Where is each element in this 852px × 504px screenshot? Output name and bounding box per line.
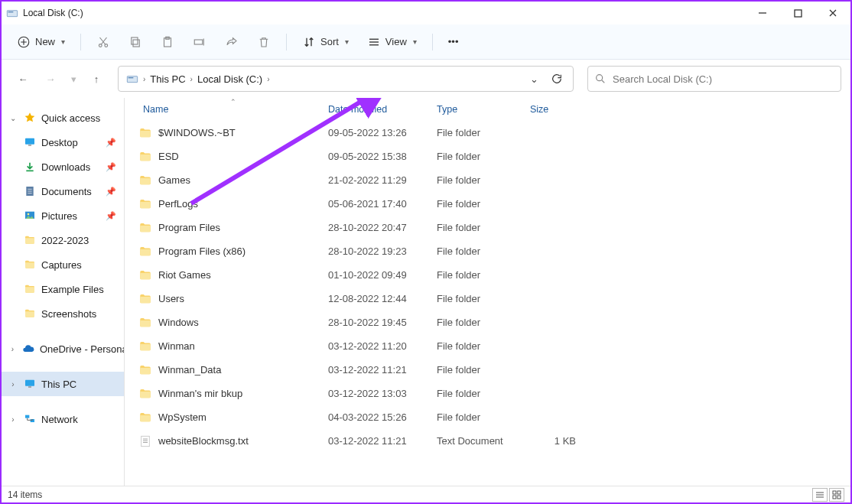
this-pc-label: This PC xyxy=(41,379,76,390)
desktop-icon xyxy=(23,136,37,148)
chevron-down-icon: ▾ xyxy=(345,37,349,46)
share-button[interactable] xyxy=(217,29,246,55)
maximize-button[interactable] xyxy=(780,2,815,24)
file-row[interactable]: Winman's mir bkup 03-12-2022 13:03 File … xyxy=(125,382,850,405)
paste-button[interactable] xyxy=(153,29,182,55)
paste-icon xyxy=(161,35,174,49)
file-type: File folder xyxy=(437,151,530,162)
file-name: Windows xyxy=(158,317,328,328)
cut-button[interactable] xyxy=(89,29,118,55)
file-row[interactable]: $WINDOWS.~BT 09-05-2022 13:26 File folde… xyxy=(125,121,850,145)
new-button[interactable]: New ▾ xyxy=(9,29,73,55)
file-date: 01-10-2022 09:49 xyxy=(328,269,437,281)
file-row[interactable]: Program Files 28-10-2022 20:47 File fold… xyxy=(125,216,850,239)
folder-icon xyxy=(138,126,152,140)
file-row[interactable]: Winman 03-12-2022 11:20 File folder xyxy=(125,334,850,358)
sidebar-item[interactable]: Documents 📌 xyxy=(2,179,124,203)
file-type: File folder xyxy=(437,127,530,138)
details-view-button[interactable] xyxy=(812,488,828,502)
file-type: File folder xyxy=(437,198,530,210)
col-size-header[interactable]: Size xyxy=(530,104,585,115)
file-row[interactable]: PerfLogs 05-06-2021 17:40 File folder xyxy=(125,192,850,216)
pin-icon: 📌 xyxy=(106,187,116,197)
file-row[interactable]: websiteBlockmsg.txt 03-12-2022 11:21 Tex… xyxy=(125,429,850,453)
address-bar[interactable]: › This PC › Local Disk (C:) › ⌄ xyxy=(118,66,574,92)
sort-button[interactable]: Sort ▾ xyxy=(294,29,356,55)
file-date: 04-03-2022 15:26 xyxy=(328,411,437,423)
col-name-header[interactable]: ⌃ Name xyxy=(138,104,328,115)
address-dropdown[interactable]: ⌄ xyxy=(522,67,545,90)
sidebar-item[interactable]: Pictures 📌 xyxy=(2,203,124,228)
file-name: ESD xyxy=(158,151,328,162)
file-row[interactable]: ESD 09-05-2022 15:38 File folder xyxy=(125,145,850,168)
breadcrumb-item[interactable]: This PC xyxy=(147,73,188,85)
file-row[interactable]: Program Files (x86) 28-10-2022 19:23 Fil… xyxy=(125,239,850,263)
close-button[interactable] xyxy=(815,2,850,24)
file-name: websiteBlockmsg.txt xyxy=(158,435,328,447)
file-date: 05-06-2021 17:40 xyxy=(328,198,437,210)
recent-dropdown[interactable]: ▾ xyxy=(67,67,80,91)
sidebar-quick-access[interactable]: ⌄ Quick access xyxy=(2,106,124,130)
folder-icon xyxy=(138,316,152,330)
separator xyxy=(80,34,81,50)
file-size: 1 KB xyxy=(530,435,585,447)
file-date: 09-05-2022 15:38 xyxy=(328,151,437,162)
sidebar-this-pc[interactable]: › This PC xyxy=(2,372,124,396)
file-type: File folder xyxy=(437,388,530,399)
ellipsis-icon: ••• xyxy=(448,36,459,47)
sidebar-item[interactable]: Captures xyxy=(2,252,124,277)
search-icon xyxy=(594,73,606,85)
sidebar-item-label: Captures xyxy=(41,259,82,271)
file-row[interactable]: Riot Games 01-10-2022 09:49 File folder xyxy=(125,263,850,287)
sidebar-item[interactable]: 2022-2023 xyxy=(2,228,124,252)
sidebar-network[interactable]: › Network xyxy=(2,407,124,431)
col-type-header[interactable]: Type xyxy=(437,104,530,115)
sidebar-item[interactable]: Downloads 📌 xyxy=(2,154,124,179)
view-button[interactable]: View ▾ xyxy=(359,29,424,55)
refresh-button[interactable] xyxy=(545,67,568,90)
file-row[interactable]: Games 21-02-2022 11:29 File folder xyxy=(125,168,850,192)
sidebar-item[interactable]: Desktop 📌 xyxy=(2,130,124,154)
file-name: WpSystem xyxy=(158,411,328,423)
file-date: 03-12-2022 11:20 xyxy=(328,340,437,352)
more-button[interactable]: ••• xyxy=(441,29,467,55)
window-title: Local Disk (C:) xyxy=(23,8,745,18)
col-date-header[interactable]: Date modified xyxy=(328,104,437,115)
file-row[interactable]: Users 12-08-2022 12:44 File folder xyxy=(125,287,850,311)
sidebar-item[interactable]: Example Files xyxy=(2,277,124,301)
document-icon xyxy=(23,185,37,197)
sidebar-item-label: Screenshots xyxy=(41,308,96,320)
search-input[interactable] xyxy=(613,73,834,85)
sidebar-item[interactable]: Screenshots xyxy=(2,301,124,326)
svg-rect-38 xyxy=(837,491,841,494)
sidebar-item-label: Desktop xyxy=(41,137,78,148)
file-name: Winman xyxy=(158,340,328,352)
breadcrumb-item[interactable]: Local Disk (C:) xyxy=(194,73,265,85)
file-row[interactable]: Winman_Data 03-12-2022 11:21 File folder xyxy=(125,358,850,382)
up-button[interactable]: ↑ xyxy=(86,67,107,91)
forward-button[interactable]: → xyxy=(40,67,61,91)
folder-icon xyxy=(138,387,152,401)
trash-icon xyxy=(257,35,271,49)
file-row[interactable]: WpSystem 04-03-2022 15:26 File folder xyxy=(125,405,850,429)
file-row[interactable]: Windows 28-10-2022 19:45 File folder xyxy=(125,311,850,334)
back-button[interactable]: ← xyxy=(12,67,34,91)
chevron-right-icon: › xyxy=(8,415,18,424)
folder-icon xyxy=(138,221,152,235)
file-date: 03-12-2022 13:03 xyxy=(328,388,437,399)
delete-button[interactable] xyxy=(249,29,278,55)
search-box[interactable] xyxy=(587,66,841,92)
new-label: New xyxy=(35,36,55,47)
network-icon xyxy=(23,413,37,425)
file-name: Winman_Data xyxy=(158,364,328,376)
file-date: 03-12-2022 11:21 xyxy=(328,435,437,447)
rename-button[interactable] xyxy=(185,29,214,55)
copy-button[interactable] xyxy=(121,29,150,55)
separator xyxy=(432,34,433,50)
sidebar-onedrive[interactable]: › OneDrive - Personal xyxy=(2,337,124,361)
sort-indicator-icon: ⌃ xyxy=(230,98,236,106)
folder-icon xyxy=(23,234,37,246)
chevron-down-icon: ▾ xyxy=(413,37,417,46)
minimize-button[interactable] xyxy=(745,2,780,24)
thumbnails-view-button[interactable] xyxy=(829,488,844,502)
